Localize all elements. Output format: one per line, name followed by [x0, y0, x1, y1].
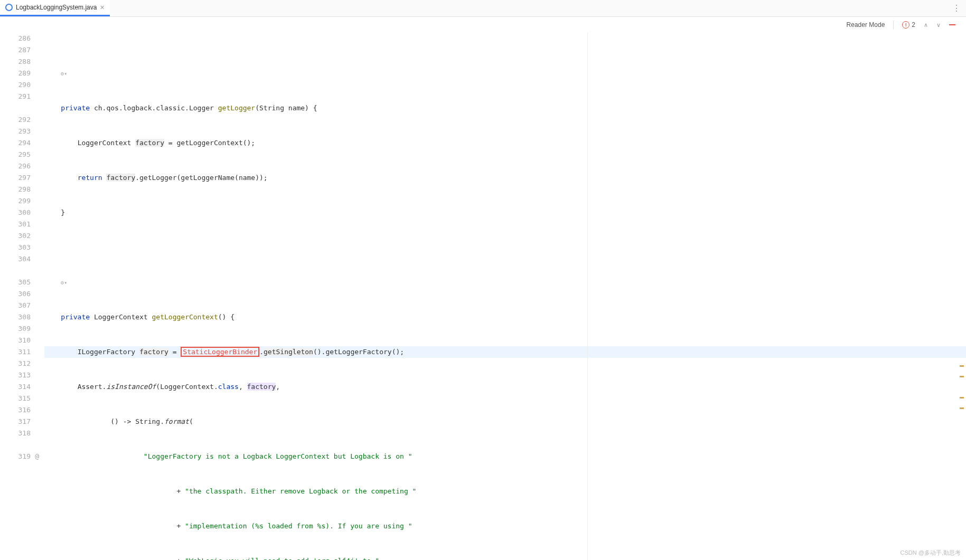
minimap-marker[interactable] [960, 397, 964, 398]
code-line: private LoggerContext getLoggerContext()… [44, 311, 966, 323]
fold-icon[interactable]: ⚙▾ [61, 68, 67, 80]
line-number: 307 [0, 300, 31, 311]
error-count: 2 [912, 21, 915, 29]
nav-up-icon[interactable]: ∧ [924, 22, 928, 29]
line-number: 311 [0, 346, 31, 358]
line-number: 304 [0, 253, 31, 265]
line-number: 299 [0, 195, 31, 207]
line-number: 310 [0, 335, 31, 346]
line-number: 301 [0, 219, 31, 230]
watermark: CSDN @多动手,勤思考 [901, 549, 961, 557]
line-number: 292 [0, 114, 31, 126]
tab-filename: LogbackLoggingSystem.java [16, 4, 97, 11]
line-number: 290 [0, 79, 31, 91]
line-number: 314 [0, 381, 31, 393]
code-line: + "the classpath. Either remove Logback … [44, 486, 966, 497]
divider [893, 21, 894, 29]
file-tab[interactable]: LogbackLoggingSystem.java × [0, 0, 110, 16]
code-line: () -> String.format( [44, 416, 966, 428]
line-number: 317 [0, 416, 31, 428]
code-editor[interactable]: 286 287 288 289 290 291 292 293 294 295 … [0, 33, 966, 560]
editor-top-controls: Reader Mode ! 2 ∧ ∨ [0, 17, 966, 33]
error-icon: ! [902, 21, 909, 29]
reader-mode-button[interactable]: Reader Mode [847, 21, 885, 29]
line-number: 306 [0, 288, 31, 300]
line-number: 313 [0, 369, 31, 381]
code-line: "LoggerFactory is not a Logback LoggerCo… [44, 451, 966, 462]
code-line: Assert.isInstanceOf(LoggerContext.class,… [44, 381, 966, 393]
java-file-icon [5, 4, 13, 11]
line-number: 303 [0, 242, 31, 253]
line-number [0, 102, 31, 114]
minimap-marker[interactable] [960, 407, 964, 409]
code-content[interactable]: ⚙▾ private ch.qos.logback.classic.Logger… [41, 33, 966, 560]
line-number: 291 [0, 91, 31, 102]
line-number: 295 [0, 149, 31, 160]
line-number: 305 [0, 277, 31, 288]
code-line [44, 242, 966, 253]
error-highlight: StaticLoggerBinder [181, 347, 259, 357]
line-number: 296 [0, 160, 31, 172]
code-line: ⚙▾ [44, 68, 966, 79]
line-number: 309 [0, 323, 31, 335]
at-icon: @ [35, 451, 39, 462]
code-line: ⚙▾ [44, 277, 966, 288]
code-line-current: ILoggerFactory factory = StaticLoggerBin… [44, 346, 966, 358]
line-number: 287 [0, 44, 31, 56]
line-number: 316 [0, 404, 31, 416]
error-indicator[interactable]: ! 2 [902, 21, 915, 29]
line-number: 300 [0, 207, 31, 219]
tabs-bar: LogbackLoggingSystem.java × ⋮ [0, 0, 966, 17]
line-number: 293 [0, 126, 31, 137]
line-number [0, 265, 31, 277]
line-number: 312 [0, 358, 31, 369]
line-gutter: 286 287 288 289 290 291 292 293 294 295 … [0, 33, 41, 560]
minimap-marker[interactable] [960, 376, 964, 377]
code-line: private ch.qos.logback.classic.Logger ge… [44, 102, 966, 114]
line-number: 315 [0, 393, 31, 404]
line-number: 298 [0, 184, 31, 195]
code-line: + "WebLogic you will need to add 'org.sl… [44, 555, 966, 560]
line-number: 319@ [0, 451, 31, 462]
code-line: LoggerContext factory = getLoggerContext… [44, 137, 966, 149]
code-line: } [44, 207, 966, 219]
code-line: + "implementation (%s loaded from %s). I… [44, 520, 966, 532]
line-number [0, 439, 31, 451]
line-number: 318 [0, 428, 31, 439]
line-number: 294 [0, 137, 31, 149]
close-icon[interactable]: × [100, 3, 104, 12]
more-icon[interactable]: ⋮ [952, 3, 961, 13]
line-number: 308 [0, 311, 31, 323]
line-number: 286 [0, 33, 31, 44]
line-number: 288 [0, 56, 31, 68]
nav-down-icon[interactable]: ∨ [936, 22, 941, 29]
minimap-marker[interactable] [960, 365, 964, 367]
fold-icon[interactable]: ⚙▾ [61, 277, 67, 289]
code-line: return factory.getLogger(getLoggerName(n… [44, 172, 966, 184]
margin-line [587, 33, 588, 560]
minimize-icon[interactable] [949, 24, 955, 25]
line-number: 289 [0, 68, 31, 79]
line-number: 302 [0, 230, 31, 242]
line-number: 297 [0, 172, 31, 184]
